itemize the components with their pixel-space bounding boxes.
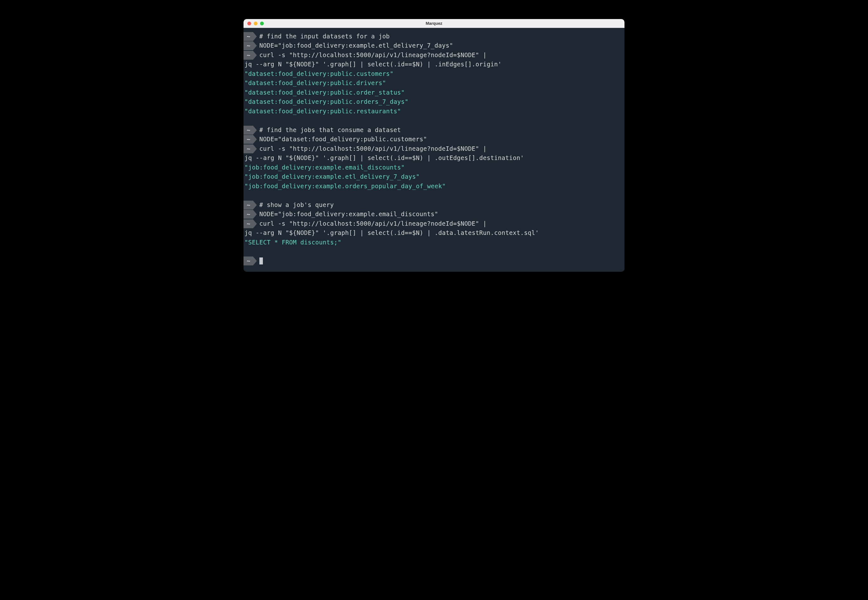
output-line: "dataset:food_delivery:public.drivers": [244, 79, 624, 88]
shell-prompt: ~: [244, 220, 257, 228]
shell-prompt: ~: [244, 256, 257, 265]
output-text: "dataset:food_delivery:public.restaurant…: [244, 107, 401, 116]
command-comment: # find the jobs that consume a dataset: [257, 126, 401, 135]
titlebar[interactable]: Marquez: [244, 19, 624, 28]
prompt-tilde: ~: [244, 201, 253, 209]
chevron-right-icon: [253, 51, 257, 60]
output-line: "dataset:food_delivery:public.orders_7_d…: [244, 97, 624, 106]
shell-prompt: ~: [244, 135, 257, 144]
command-text: curl -s "http://localhost:5000/api/v1/li…: [257, 219, 487, 228]
output-line: "dataset:food_delivery:public.customers": [244, 69, 624, 79]
command-text: curl -s "http://localhost:5000/api/v1/li…: [257, 50, 487, 60]
output-line: "job:food_delivery:example.email_discoun…: [244, 163, 624, 172]
output-line: "job:food_delivery:example.orders_popula…: [244, 182, 624, 191]
prompt-tilde: ~: [244, 135, 253, 144]
prompt-line: ~ # find the jobs that consume a dataset: [244, 126, 624, 135]
command-text: NODE="job:food_delivery:example.email_di…: [257, 209, 438, 219]
blank-line: [244, 191, 624, 200]
chevron-right-icon: [253, 32, 257, 41]
command-comment: # find the input datasets for a job: [257, 32, 390, 41]
output-line: "job:food_delivery:example.etl_delivery_…: [244, 172, 624, 181]
prompt-line: ~ NODE="job:food_delivery:example.email_…: [244, 209, 624, 219]
prompt-tilde: ~: [244, 126, 253, 135]
zoom-icon[interactable]: [260, 21, 264, 26]
prompt-tilde: ~: [244, 41, 253, 50]
output-text: "job:food_delivery:example.orders_popula…: [244, 182, 446, 191]
output-line: "dataset:food_delivery:public.restaurant…: [244, 107, 624, 116]
close-icon[interactable]: [247, 21, 251, 26]
command-text: curl -s "http://localhost:5000/api/v1/li…: [257, 144, 487, 153]
command-text: NODE="dataset:food_delivery:public.custo…: [257, 135, 427, 144]
command-comment: # show a job's query: [257, 200, 334, 209]
prompt-line: ~ NODE="job:food_delivery:example.etl_de…: [244, 41, 624, 50]
chevron-right-icon: [253, 256, 257, 265]
output-text: "dataset:food_delivery:public.drivers": [244, 79, 386, 88]
window-title: Marquez: [244, 21, 624, 26]
prompt-line: ~ NODE="dataset:food_delivery:public.cus…: [244, 135, 624, 144]
prompt-line: ~ # find the input datasets for a job: [244, 32, 624, 41]
output-text: "job:food_delivery:example.etl_delivery_…: [244, 172, 420, 181]
shell-prompt: ~: [244, 51, 257, 60]
prompt-tilde: ~: [244, 32, 253, 41]
shell-prompt: ~: [244, 201, 257, 209]
shell-prompt: ~: [244, 144, 257, 153]
prompt-line: ~ curl -s "http://localhost:5000/api/v1/…: [244, 219, 624, 228]
output-line: "dataset:food_delivery:public.order_stat…: [244, 88, 624, 97]
prompt-line: ~ # show a job's query: [244, 200, 624, 209]
output-text: "dataset:food_delivery:public.orders_7_d…: [244, 97, 409, 106]
command-text: jq --arg N "${NODE}" '.graph[] | select(…: [244, 228, 539, 238]
terminal-body[interactable]: ~ # find the input datasets for a job ~ …: [244, 28, 624, 272]
chevron-right-icon: [253, 135, 257, 144]
command-text: jq --arg N "${NODE}" '.graph[] | select(…: [244, 153, 524, 162]
continuation-line: jq --arg N "${NODE}" '.graph[] | select(…: [244, 153, 624, 162]
continuation-line: jq --arg N "${NODE}" '.graph[] | select(…: [244, 60, 624, 69]
output-text: "dataset:food_delivery:public.order_stat…: [244, 88, 405, 97]
output-text: "SELECT * FROM discounts;": [244, 238, 341, 247]
chevron-right-icon: [253, 201, 257, 209]
prompt-tilde: ~: [244, 144, 253, 153]
blank-line: [244, 116, 624, 126]
prompt-tilde: ~: [244, 210, 253, 219]
command-text: jq --arg N "${NODE}" '.graph[] | select(…: [244, 60, 501, 69]
chevron-right-icon: [253, 126, 257, 135]
shell-prompt: ~: [244, 32, 257, 41]
blank-line: [244, 247, 624, 256]
chevron-right-icon: [253, 210, 257, 219]
chevron-right-icon: [253, 220, 257, 228]
prompt-line[interactable]: ~: [244, 256, 624, 265]
prompt-tilde: ~: [244, 256, 253, 265]
continuation-line: jq --arg N "${NODE}" '.graph[] | select(…: [244, 228, 624, 238]
chevron-right-icon: [253, 41, 257, 50]
shell-prompt: ~: [244, 126, 257, 135]
prompt-line: ~ curl -s "http://localhost:5000/api/v1/…: [244, 50, 624, 60]
shell-prompt: ~: [244, 210, 257, 219]
chevron-right-icon: [253, 144, 257, 153]
output-text: "job:food_delivery:example.email_discoun…: [244, 163, 405, 172]
prompt-tilde: ~: [244, 220, 253, 228]
minimize-icon[interactable]: [254, 21, 258, 26]
output-text: "dataset:food_delivery:public.customers": [244, 69, 394, 79]
command-text: NODE="job:food_delivery:example.etl_deli…: [257, 41, 453, 50]
terminal-window: Marquez ~ # find the input datasets for …: [244, 19, 624, 272]
prompt-line: ~ curl -s "http://localhost:5000/api/v1/…: [244, 144, 624, 153]
cursor-icon: [259, 258, 263, 264]
output-line: "SELECT * FROM discounts;": [244, 238, 624, 247]
prompt-tilde: ~: [244, 51, 253, 60]
shell-prompt: ~: [244, 41, 257, 50]
window-controls: [244, 21, 264, 26]
